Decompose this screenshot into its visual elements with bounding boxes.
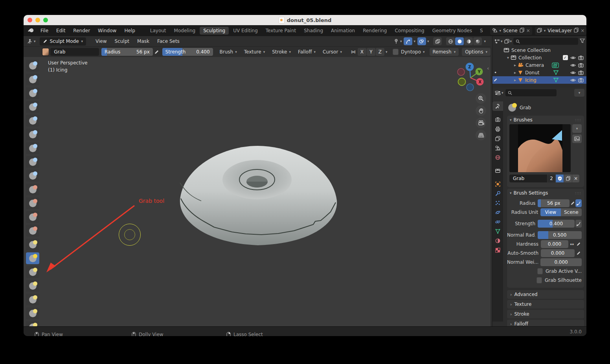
- disable-in-renders-camera-icon[interactable]: [577, 78, 585, 83]
- brushes-panel-title[interactable]: Brushes: [514, 117, 533, 123]
- gizmo-neg-z[interactable]: [467, 84, 474, 91]
- grab-silhouette-checkbox[interactable]: [537, 277, 542, 283]
- outliner-filter-type-button[interactable]: ▾: [504, 39, 512, 44]
- brush-user-count[interactable]: 2: [548, 175, 555, 182]
- grab-active-vertex-label[interactable]: Grab Active V...: [546, 268, 582, 274]
- tool-layer[interactable]: [26, 129, 39, 140]
- hardness-invert-icon[interactable]: ↔: [568, 241, 575, 247]
- dyntopo-checkbox[interactable]: [393, 49, 399, 55]
- fake-user-shield-toggle[interactable]: [556, 175, 564, 182]
- dropdown-stroke[interactable]: Stroke▾: [268, 49, 294, 55]
- outliner-row-donut[interactable]: •▸Donut: [492, 69, 586, 76]
- panel-advanced[interactable]: ›Advanced: [507, 290, 584, 299]
- brush-preview-image[interactable]: [518, 124, 562, 172]
- tab-animation[interactable]: Animation: [327, 27, 358, 35]
- outliner-row-icing[interactable]: ▸Icing: [492, 76, 586, 84]
- disclosure-icon[interactable]: ▸: [513, 63, 518, 67]
- tool-clay-thumb[interactable]: [26, 115, 39, 127]
- show-gizmo-toggle[interactable]: ▾: [393, 39, 402, 44]
- normal-radius-slider[interactable]: 0.500: [538, 231, 582, 239]
- radius-unit-view-button[interactable]: View: [540, 208, 560, 216]
- tool-flatten[interactable]: [26, 197, 39, 209]
- disable-in-renders-camera-icon[interactable]: [577, 63, 585, 68]
- properties-tab-scene[interactable]: [492, 143, 503, 153]
- nav-camera-button[interactable]: [476, 118, 486, 128]
- outliner-row-collection[interactable]: ▾Collection✓: [492, 54, 586, 61]
- properties-tab-texture[interactable]: [492, 245, 503, 255]
- disable-in-renders-camera-icon[interactable]: [577, 55, 585, 60]
- disclosure-icon[interactable]: ▾: [505, 55, 511, 60]
- tool-thumb[interactable]: [26, 294, 39, 305]
- mirror-z-button[interactable]: Z: [376, 48, 384, 56]
- close-icon[interactable]: ×: [526, 28, 530, 33]
- properties-tab-physics[interactable]: [492, 208, 503, 217]
- shading-solid-button[interactable]: [455, 37, 464, 45]
- panel-grip-icon[interactable]: ::::: [575, 118, 581, 122]
- grab-active-vertex-checkbox[interactable]: [537, 268, 543, 274]
- properties-tab-modifiers[interactable]: [492, 189, 503, 198]
- remesh-menu[interactable]: Remesh▾: [430, 48, 459, 56]
- panel-texture[interactable]: ›Texture: [507, 300, 584, 309]
- viewport-menu-view[interactable]: View: [92, 39, 110, 44]
- tab-s[interactable]: S: [476, 27, 487, 35]
- viewlayer-name[interactable]: ViewLayer: [548, 28, 572, 33]
- orientation-gizmo[interactable]: Z Y X: [452, 61, 489, 94]
- shading-rendered-button[interactable]: [473, 37, 482, 45]
- disclosure-icon[interactable]: ▸: [513, 70, 518, 75]
- titlebar[interactable]: donut_05.blend: [24, 15, 586, 25]
- tool-clay-strips[interactable]: [26, 101, 39, 113]
- nav-zoom-button[interactable]: [476, 93, 486, 104]
- properties-tab-world[interactable]: [492, 153, 503, 162]
- outliner-search-input[interactable]: [513, 38, 578, 45]
- outliner-label[interactable]: Collection: [518, 55, 542, 61]
- radius-edit-icon[interactable]: [153, 48, 161, 56]
- tool-crease[interactable]: [26, 170, 39, 182]
- viewport-menu-face-sets[interactable]: Face Sets: [153, 39, 184, 44]
- brush-preview-strip[interactable]: [509, 124, 571, 172]
- radius-slider[interactable]: 56 px: [538, 199, 570, 207]
- viewport-menu-mask[interactable]: Mask: [133, 39, 153, 44]
- normal-weight-field[interactable]: 0.000: [540, 258, 582, 266]
- tab-rendering[interactable]: Rendering: [359, 27, 390, 35]
- menu-window[interactable]: Window: [94, 28, 120, 33]
- menu-file[interactable]: File: [37, 28, 52, 33]
- dropdown-falloff[interactable]: Falloff▾: [294, 49, 319, 55]
- properties-tab-material[interactable]: [492, 236, 503, 245]
- gizmo-neg-x[interactable]: [458, 68, 465, 75]
- tab-geometry-nodes[interactable]: Geometry Nodes: [429, 27, 476, 35]
- xray-toggle[interactable]: [433, 37, 442, 45]
- auto-smooth-edit-icon[interactable]: [575, 249, 582, 257]
- unlink-brush-button[interactable]: ×: [572, 175, 579, 182]
- shading-material-button[interactable]: [464, 37, 473, 45]
- dropdown-cursor[interactable]: Cursor▾: [319, 49, 345, 55]
- tool-elastic-deform[interactable]: [26, 266, 39, 278]
- strength-slider[interactable]: Strength 0.400: [162, 48, 213, 56]
- tab-layout[interactable]: Layout: [147, 27, 170, 35]
- properties-options-button[interactable]: ▾: [574, 89, 584, 97]
- mirror-y-button[interactable]: Y: [367, 48, 375, 56]
- nav-pan-button[interactable]: [476, 105, 486, 116]
- close-icon[interactable]: ×: [581, 28, 584, 33]
- radius-edit-icon[interactable]: [570, 199, 575, 207]
- tab-uv-editing[interactable]: UV Editing: [230, 27, 261, 35]
- collapse-icon[interactable]: ▾: [510, 118, 512, 122]
- shading-wireframe-button[interactable]: [446, 37, 455, 45]
- menu-render[interactable]: Render: [69, 28, 94, 33]
- properties-tab-object-data[interactable]: [492, 226, 503, 236]
- hardness-field[interactable]: 0.000: [541, 240, 568, 248]
- tool-pinch[interactable]: [26, 239, 39, 250]
- properties-search-input[interactable]: [505, 89, 557, 96]
- tool-grab[interactable]: [26, 252, 39, 264]
- hide-in-viewport-eye-icon[interactable]: [569, 70, 577, 75]
- tab-compositing[interactable]: Compositing: [391, 27, 428, 35]
- collapse-sidebar-arrow[interactable]: ‹: [487, 66, 489, 71]
- tool-multi-plane-scrape[interactable]: [26, 225, 39, 237]
- properties-tab-collection[interactable]: [492, 166, 503, 175]
- viewlayer-selector[interactable]: ▾ ViewLayer ×: [535, 27, 586, 35]
- auto-smooth-field[interactable]: 0.000: [541, 249, 575, 257]
- tool-pose[interactable]: [26, 307, 39, 319]
- gizmo-neg-y[interactable]: [458, 78, 466, 86]
- panel-stroke[interactable]: ›Stroke: [507, 310, 584, 318]
- radius-unit-scene-button[interactable]: Scene: [561, 208, 582, 216]
- copy-icon[interactable]: [520, 28, 524, 34]
